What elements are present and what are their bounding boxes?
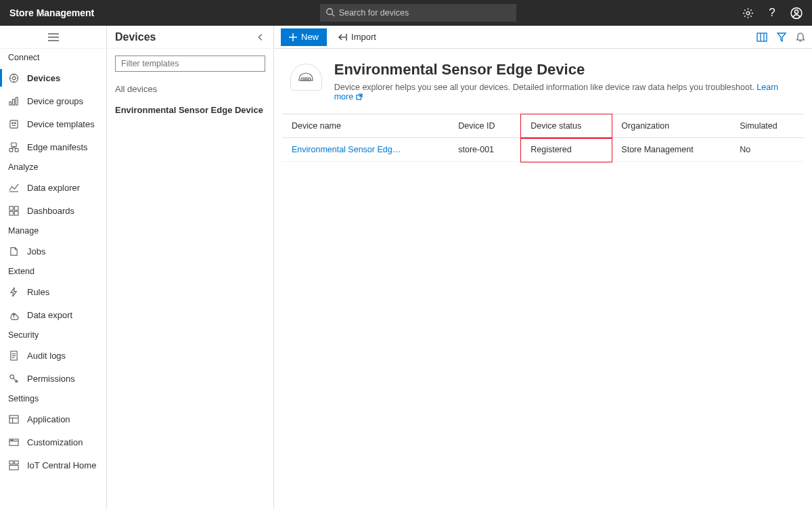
nav-section-header: Security bbox=[0, 326, 106, 344]
column-header[interactable]: Simulated bbox=[730, 114, 804, 138]
template-item[interactable]: Environmental Sensor Edge Device bbox=[107, 99, 273, 120]
main-content: New Import Environmental Sensor Edge Dev… bbox=[274, 26, 812, 509]
dashboards-icon bbox=[8, 205, 19, 216]
bell-icon[interactable] bbox=[796, 32, 805, 42]
filter-icon[interactable] bbox=[777, 32, 786, 42]
nav-section-header: Manage bbox=[0, 222, 106, 240]
svg-rect-33 bbox=[9, 415, 18, 422]
svg-rect-25 bbox=[9, 211, 13, 215]
svg-point-4 bbox=[794, 9, 798, 13]
gear-icon[interactable] bbox=[742, 7, 754, 19]
template-item[interactable]: All devices bbox=[107, 79, 273, 99]
account-icon[interactable] bbox=[790, 7, 803, 19]
device-groups-icon bbox=[8, 95, 19, 106]
device-id-cell: store-001 bbox=[449, 138, 521, 162]
device-template-icon bbox=[290, 64, 322, 91]
column-header[interactable]: Device status bbox=[521, 114, 612, 138]
data-explorer-icon bbox=[8, 182, 19, 193]
nav-item-rules[interactable]: Rules bbox=[0, 280, 106, 303]
search-icon bbox=[325, 7, 335, 17]
jobs-icon bbox=[8, 246, 19, 257]
page-title: Environmental Sensor Edge Device bbox=[334, 61, 796, 79]
svg-rect-13 bbox=[9, 120, 17, 127]
audit-logs-icon bbox=[8, 350, 19, 361]
filter-templates-input[interactable] bbox=[115, 56, 265, 72]
import-button[interactable]: Import bbox=[331, 28, 383, 46]
new-button[interactable]: New bbox=[281, 28, 327, 46]
topbar-actions: ? bbox=[742, 7, 803, 19]
svg-rect-12 bbox=[16, 97, 18, 104]
nav-item-label: Dashboards bbox=[27, 206, 74, 216]
svg-rect-47 bbox=[757, 33, 767, 41]
nav-item-dashboards[interactable]: Dashboards bbox=[0, 199, 106, 222]
plus-icon bbox=[289, 33, 297, 41]
import-label: Import bbox=[351, 32, 376, 42]
nav-item-device-templates[interactable]: Device templates bbox=[0, 112, 106, 135]
data-export-icon bbox=[8, 309, 19, 320]
rules-icon bbox=[8, 286, 19, 297]
nav-item-application[interactable]: Application bbox=[0, 407, 106, 430]
nav-section-header: Extend bbox=[0, 263, 106, 280]
svg-point-39 bbox=[12, 439, 13, 440]
svg-rect-41 bbox=[14, 460, 18, 464]
nav-item-edge-manifests[interactable]: Edge manifests bbox=[0, 135, 106, 158]
devices-table: Device nameDevice IDDevice statusOrganiz… bbox=[282, 114, 804, 162]
svg-rect-17 bbox=[9, 148, 12, 152]
nav-section-header: Settings bbox=[0, 390, 106, 407]
nav-item-label: Audit logs bbox=[27, 351, 66, 361]
svg-rect-18 bbox=[15, 148, 18, 152]
edge-manifests-icon bbox=[8, 141, 19, 152]
device-templates-icon bbox=[8, 118, 19, 129]
left-nav: ConnectDevicesDevice groupsDevice templa… bbox=[0, 26, 107, 509]
nav-item-label: IoT Central Home bbox=[27, 460, 96, 470]
nav-item-label: Jobs bbox=[27, 246, 45, 257]
device-status-cell: Registered bbox=[521, 138, 612, 162]
nav-item-label: Device groups bbox=[27, 96, 83, 106]
iot-central-home-icon bbox=[8, 460, 19, 470]
svg-point-14 bbox=[12, 122, 13, 123]
customization-icon bbox=[8, 437, 19, 447]
table-row[interactable]: Environmental Sensor Edg…store-001Regist… bbox=[282, 138, 804, 162]
nav-item-customization[interactable]: Customization bbox=[0, 430, 106, 453]
svg-line-21 bbox=[14, 148, 16, 148]
svg-rect-16 bbox=[11, 142, 16, 146]
column-header[interactable]: Device name bbox=[282, 114, 449, 138]
search-input[interactable] bbox=[320, 4, 516, 22]
nav-item-data-export[interactable]: Data export bbox=[0, 303, 106, 326]
global-search[interactable] bbox=[320, 4, 516, 22]
nav-item-audit-logs[interactable]: Audit logs bbox=[0, 344, 106, 367]
nav-item-label: Rules bbox=[27, 287, 49, 297]
command-bar: New Import bbox=[274, 26, 812, 49]
nav-item-device-groups[interactable]: Device groups bbox=[0, 89, 106, 112]
svg-rect-23 bbox=[9, 206, 13, 210]
nav-item-permissions[interactable]: Permissions bbox=[0, 367, 106, 390]
svg-rect-24 bbox=[14, 206, 18, 210]
svg-rect-10 bbox=[9, 102, 11, 105]
column-header[interactable]: Device ID bbox=[449, 114, 521, 138]
svg-rect-40 bbox=[9, 460, 13, 464]
devices-icon bbox=[8, 72, 19, 83]
import-icon bbox=[338, 33, 347, 41]
nav-item-data-explorer[interactable]: Data explorer bbox=[0, 176, 106, 199]
simulated-cell: No bbox=[730, 138, 804, 162]
svg-point-38 bbox=[11, 439, 12, 440]
nav-item-iot-central-home[interactable]: IoT Central Home bbox=[0, 453, 106, 477]
nav-section-header: Connect bbox=[0, 49, 106, 66]
hamburger-button[interactable] bbox=[0, 26, 106, 49]
nav-item-label: Devices bbox=[27, 73, 60, 83]
collapse-panel-button[interactable] bbox=[256, 32, 265, 42]
help-icon[interactable]: ? bbox=[766, 7, 778, 19]
template-panel: Devices All devicesEnvironmental Sensor … bbox=[107, 26, 274, 509]
nav-item-jobs[interactable]: Jobs bbox=[0, 240, 106, 263]
nav-item-devices[interactable]: Devices bbox=[0, 66, 106, 89]
new-label: New bbox=[301, 32, 319, 42]
permissions-icon bbox=[8, 373, 19, 384]
application-icon bbox=[8, 414, 19, 424]
svg-rect-42 bbox=[9, 465, 18, 470]
svg-point-15 bbox=[14, 122, 16, 123]
nav-section-header: Analyze bbox=[0, 158, 106, 176]
columns-icon[interactable] bbox=[757, 32, 767, 42]
device-name-cell[interactable]: Environmental Sensor Edg… bbox=[282, 138, 449, 162]
svg-rect-26 bbox=[14, 211, 18, 215]
column-header[interactable]: Organization bbox=[612, 114, 730, 138]
